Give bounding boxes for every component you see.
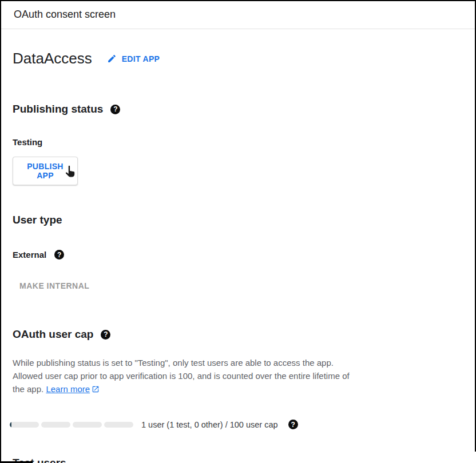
edit-app-button[interactable]: EDIT APP bbox=[107, 54, 160, 63]
oauth-user-cap-title: OAuth user cap bbox=[13, 328, 93, 341]
progress-segment bbox=[73, 422, 102, 428]
progress-segment bbox=[41, 422, 70, 428]
window-border bbox=[0, 0, 1, 463]
user-type-value-row: External ? bbox=[13, 250, 462, 260]
make-internal-button[interactable]: MAKE INTERNAL bbox=[13, 276, 96, 296]
user-cap-description: While publishing status is set to "Testi… bbox=[13, 356, 358, 397]
publish-app-button[interactable]: PUBLISH APP bbox=[13, 157, 78, 185]
oauth-user-cap-heading: OAuth user cap ? bbox=[13, 328, 462, 341]
publishing-status-title: Publishing status bbox=[13, 103, 103, 115]
publishing-status-heading: Publishing status ? bbox=[13, 103, 462, 115]
publish-app-area: PUBLISH APP bbox=[13, 157, 78, 185]
user-type-title: User type bbox=[13, 214, 62, 226]
page-content: DataAccess EDIT APP Publishing status ? … bbox=[0, 50, 476, 463]
progress-segment bbox=[104, 422, 133, 428]
user-cap-usage-text: 1 user (1 test, 0 other) / 100 user cap bbox=[141, 420, 278, 429]
user-cap-usage-row: 1 user (1 test, 0 other) / 100 user cap … bbox=[13, 420, 462, 429]
external-label: External bbox=[13, 250, 46, 260]
open-in-new-icon bbox=[92, 384, 100, 397]
app-title-row: DataAccess EDIT APP bbox=[13, 50, 462, 67]
publishing-status-value: Testing bbox=[13, 137, 462, 147]
window-border bbox=[0, 0, 476, 1]
learn-more-link[interactable]: Learn more bbox=[46, 384, 90, 394]
help-glyph: ? bbox=[291, 421, 295, 428]
help-icon[interactable]: ? bbox=[110, 105, 120, 114]
help-glyph: ? bbox=[113, 106, 117, 113]
testing-label: Testing bbox=[13, 137, 42, 147]
learn-more-label: Learn more bbox=[46, 384, 90, 394]
page-header: OAuth consent screen bbox=[0, 0, 476, 29]
user-cap-progress-bar bbox=[10, 422, 133, 428]
oauth-consent-page: OAuth consent screen DataAccess EDIT APP… bbox=[0, 0, 476, 463]
pencil-icon bbox=[107, 54, 117, 63]
user-type-heading: User type bbox=[13, 214, 462, 226]
page-title: OAuth consent screen bbox=[14, 9, 116, 21]
help-icon[interactable]: ? bbox=[101, 330, 110, 340]
app-name: DataAccess bbox=[13, 50, 92, 67]
edit-app-label: EDIT APP bbox=[122, 54, 160, 63]
help-icon[interactable]: ? bbox=[288, 420, 298, 429]
help-icon[interactable]: ? bbox=[54, 250, 64, 260]
help-glyph: ? bbox=[104, 331, 108, 338]
progress-segment bbox=[10, 422, 39, 428]
help-glyph: ? bbox=[57, 252, 61, 258]
progress-fill bbox=[10, 422, 11, 428]
test-users-heading: Test users bbox=[13, 457, 462, 463]
